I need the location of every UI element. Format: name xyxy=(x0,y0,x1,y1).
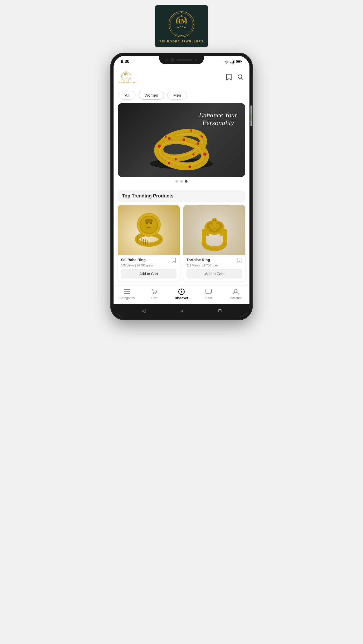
svg-rect-17 xyxy=(234,60,235,63)
dot-1[interactable] xyxy=(175,180,178,183)
svg-point-73 xyxy=(212,218,217,224)
nav-cart[interactable]: Cart xyxy=(146,288,162,300)
svg-point-72 xyxy=(212,229,217,232)
svg-line-57 xyxy=(143,239,144,245)
product-views-1: 365 Views xyxy=(121,264,134,267)
scroll-bar xyxy=(251,105,252,126)
nav-discover-label: Discover xyxy=(175,296,188,300)
svg-point-84 xyxy=(155,293,156,294)
nav-discover[interactable]: Discover xyxy=(174,288,189,300)
product-bookmark-1[interactable] xyxy=(171,258,176,263)
discover-icon xyxy=(178,288,185,295)
bottom-nav: Categories Cart xyxy=(114,285,249,304)
svg-point-12 xyxy=(181,15,182,16)
product-weight-1: 14.750 gram xyxy=(137,264,153,267)
brand-logo-above: ✦ ✦ ✦ ✦ ✦ ✦ ✦ ✦ HM SRI ROOPA J xyxy=(155,5,208,47)
bookmark-button[interactable] xyxy=(225,73,233,81)
add-to-cart-1[interactable]: Add to Cart xyxy=(121,269,176,279)
svg-point-13 xyxy=(185,18,186,19)
product-name-row-2: Tortoise Ring xyxy=(187,258,242,263)
phone-notch xyxy=(159,56,204,64)
tab-men[interactable]: Men xyxy=(167,91,187,100)
filter-tabs: All Women Men xyxy=(114,87,249,103)
product-info-sai-baba: Sai Baba Ring 365 Views | 14.750 gram xyxy=(118,255,180,281)
products-grid: Sai Baba Ring 365 Views | 14.750 gram xyxy=(118,205,245,281)
svg-text:✦: ✦ xyxy=(189,31,190,33)
add-to-cart-2[interactable]: Add to Cart xyxy=(187,269,242,279)
phone-home-button[interactable]: ○ xyxy=(180,308,183,314)
page-wrapper: ✦ ✦ ✦ ✦ ✦ ✦ ✦ ✦ HM SRI ROOPA J xyxy=(108,5,255,320)
carousel-dots xyxy=(114,177,249,186)
svg-rect-15 xyxy=(232,62,233,63)
dot-2[interactable] xyxy=(180,180,183,183)
svg-point-64 xyxy=(145,219,153,223)
battery-icon xyxy=(236,60,242,63)
phone-screen: 9:30 xyxy=(114,56,249,317)
account-icon xyxy=(232,288,239,295)
svg-text:✦: ✦ xyxy=(169,23,171,26)
phone-shell: 9:30 xyxy=(110,53,253,320)
svg-line-58 xyxy=(145,239,146,245)
product-meta-1: 365 Views | 14.750 gram xyxy=(121,264,176,267)
product-views-2: 519 Views xyxy=(187,264,200,267)
notch-sensor-2 xyxy=(195,59,197,61)
brand-name: SRI ROOPA JEWELLERS xyxy=(159,40,204,43)
scroll-thumb xyxy=(251,113,252,121)
svg-rect-19 xyxy=(241,61,242,62)
svg-point-25 xyxy=(127,74,128,75)
svg-text:✦: ✦ xyxy=(173,15,175,17)
categories-icon xyxy=(124,288,131,295)
banner-line1: Enhance Your xyxy=(199,111,237,119)
dot-3[interactable] xyxy=(185,180,188,183)
phone-recent-button[interactable]: □ xyxy=(218,308,221,314)
svg-point-26 xyxy=(126,72,127,73)
svg-point-70 xyxy=(208,224,213,227)
nav-account-label: Account xyxy=(230,296,242,300)
search-button[interactable] xyxy=(237,73,244,81)
app-header: HM SRI ROOPA JEWELLERS xyxy=(114,67,249,87)
chat-icon xyxy=(205,288,212,295)
product-card-sai-baba: Sai Baba Ring 365 Views | 14.750 gram xyxy=(118,205,180,281)
svg-point-74 xyxy=(213,220,214,221)
svg-point-11 xyxy=(177,18,178,19)
sai-ring-illustration xyxy=(118,205,180,255)
svg-text:✦: ✦ xyxy=(181,34,183,37)
tab-all[interactable]: All xyxy=(119,91,135,100)
nav-chat-label: Chat xyxy=(205,296,212,300)
product-card-tortoise: Tortoise Ring 519 Views | 19.700 gram xyxy=(183,205,245,281)
nav-categories-label: Categories xyxy=(120,296,135,300)
notch-speaker xyxy=(176,59,192,61)
signal-icon xyxy=(230,60,235,63)
banner-text: Enhance Your Personality xyxy=(199,111,237,127)
svg-point-83 xyxy=(153,293,154,294)
svg-text:HM: HM xyxy=(124,73,129,76)
svg-text:✦: ✦ xyxy=(173,31,175,33)
screen-content: HM SRI ROOPA JEWELLERS xyxy=(114,67,249,304)
nav-chat[interactable]: Chat xyxy=(201,288,217,300)
sai-baba-ring-svg xyxy=(130,208,167,252)
tortoise-ring-illustration xyxy=(183,205,245,255)
product-name-2: Tortoise Ring xyxy=(187,258,210,262)
svg-point-71 xyxy=(216,224,220,227)
trending-title: Top Trending Products xyxy=(118,190,245,202)
logo-emblem: ✦ ✦ ✦ ✦ ✦ ✦ ✦ ✦ HM xyxy=(167,10,196,39)
phone-back-button[interactable]: ◁ xyxy=(142,308,145,314)
product-meta-2: 519 Views | 19.700 gram xyxy=(187,264,242,267)
nav-categories[interactable]: Categories xyxy=(119,288,135,300)
status-time: 9:30 xyxy=(121,59,129,64)
header-actions xyxy=(225,73,244,81)
hero-banner: Enhance Your Personality xyxy=(118,103,245,177)
status-icons xyxy=(224,60,242,63)
svg-rect-81 xyxy=(124,291,130,292)
product-image-sai-baba xyxy=(118,205,180,255)
product-info-tortoise: Tortoise Ring 519 Views | 19.700 gram xyxy=(183,255,245,281)
tab-women[interactable]: Women xyxy=(139,91,164,100)
product-bookmark-2[interactable] xyxy=(237,258,242,263)
nav-account[interactable]: Account xyxy=(228,288,244,300)
product-weight-2: 19.700 gram xyxy=(202,264,219,267)
svg-text:✦: ✦ xyxy=(181,12,183,14)
tortoise-ring-svg xyxy=(196,208,233,252)
svg-point-86 xyxy=(181,291,182,293)
svg-rect-14 xyxy=(230,62,231,63)
product-name-row-1: Sai Baba Ring xyxy=(121,258,176,263)
